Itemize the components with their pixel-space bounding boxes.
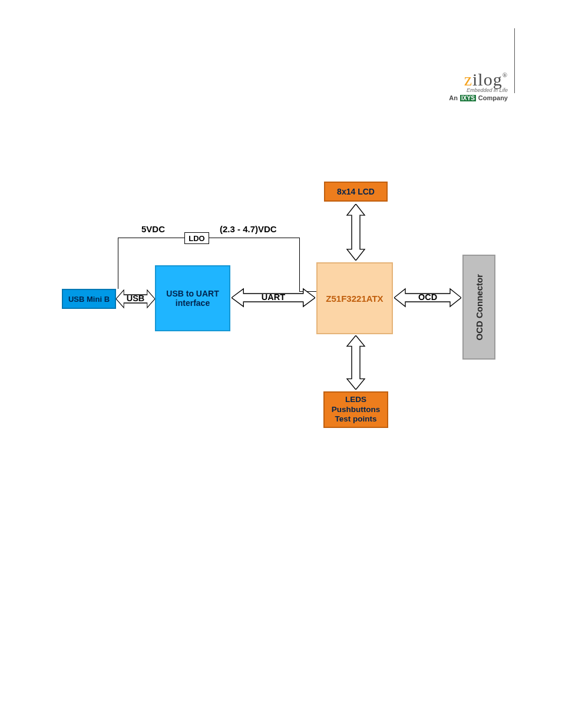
block-diagram: 5VDC LDO (2.3 - 4.7)VDC USB Mini B USB t… [56, 195, 521, 454]
svg-marker-4 [347, 335, 365, 390]
company-logo: zilog® Embedded in Life An IXYS Company [449, 71, 508, 101]
arrow-ocd: OCD [394, 288, 461, 308]
wire-h-5v [118, 238, 184, 238]
svg-marker-1 [232, 289, 315, 307]
logo-sub-post: Company [477, 94, 508, 101]
svg-marker-0 [116, 290, 155, 308]
lcd-block: 8x14 LCD [324, 182, 388, 202]
usb-to-uart-block: USB to UART interface [155, 265, 230, 331]
logo-text: zilog® [449, 71, 508, 88]
arrow-io [346, 335, 366, 390]
usb-mini-b-block: USB Mini B [62, 289, 116, 309]
svg-marker-3 [347, 204, 365, 261]
io-block: LEDS Pushbuttons Test points [323, 391, 388, 428]
arrow-usb: USB [116, 289, 155, 309]
mcu-block: Z51F3221ATX [316, 262, 393, 334]
logo-tagline: Embedded in Life [449, 87, 508, 93]
logo-z: z [464, 70, 472, 89]
arrow-lcd [346, 204, 366, 261]
page: zilog® Embedded in Life An IXYS Company … [0, 0, 562, 728]
label-vreg: (2.3 - 4.7)VDC [220, 224, 277, 234]
wire-h-ldo-out [209, 238, 300, 238]
ixys-box: IXYS [460, 95, 476, 101]
label-5vdc: 5VDC [141, 224, 165, 234]
header-divider [514, 28, 515, 93]
logo-subline: An IXYS Company [449, 94, 508, 101]
wire-vertical-usb [118, 238, 118, 289]
logo-reg: ® [503, 71, 508, 78]
ocd-connector-block: OCD Connector [462, 255, 495, 360]
logo-sub-pre: An [449, 94, 459, 101]
svg-marker-2 [394, 289, 461, 307]
wire-vertical-mcu [299, 238, 300, 292]
logo-rest: ilog [472, 70, 503, 89]
ldo-block: LDO [184, 232, 209, 244]
arrow-uart: UART [232, 288, 315, 308]
ocd-connector-text: OCD Connector [474, 274, 484, 341]
